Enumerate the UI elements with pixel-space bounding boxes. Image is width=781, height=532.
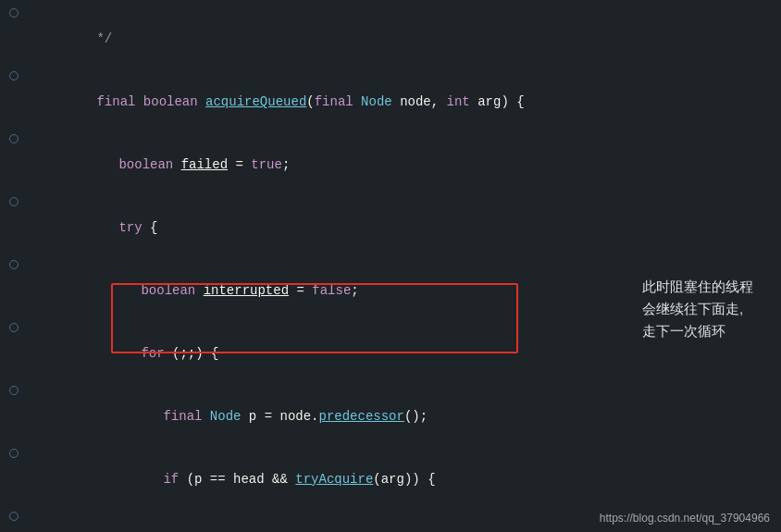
gutter-icon	[9, 386, 19, 395]
watermark: https://blog.csdn.net/qq_37904966	[600, 512, 770, 525]
gutter	[0, 134, 28, 143]
code-text: final Node p = node.predecessor();	[28, 386, 781, 447]
gutter-icon	[9, 8, 19, 18]
gutter-icon	[9, 197, 19, 206]
annotation-line-2: 会继续往下面走,	[642, 298, 753, 320]
gutter	[0, 197, 28, 206]
gutter-icon	[9, 134, 19, 143]
code-line: final Node p = node.predecessor();	[0, 385, 781, 448]
gutter	[0, 8, 28, 18]
code-text: */	[28, 8, 781, 69]
gutter	[0, 512, 28, 521]
annotation-line-3: 走下一次循环	[642, 320, 753, 342]
code-text: boolean failed = true;	[28, 134, 781, 195]
code-editor: */ final boolean acquireQueued(final Nod…	[0, 0, 781, 532]
code-text: final boolean acquireQueued(final Node n…	[28, 71, 781, 132]
code-text: if (p == head && tryAcquire(arg)) {	[28, 449, 781, 510]
code-line: if (p == head && tryAcquire(arg)) {	[0, 448, 781, 511]
annotation-text: 此时阻塞住的线程 会继续往下面走, 走下一次循环	[642, 276, 753, 342]
gutter-icon	[9, 71, 19, 80]
gutter-icon	[9, 512, 19, 521]
gutter-icon	[9, 449, 19, 458]
gutter-icon	[9, 323, 19, 332]
code-line: boolean failed = true;	[0, 133, 781, 196]
annotation-line-1: 此时阻塞住的线程	[642, 276, 753, 298]
code-line: */	[0, 7, 781, 70]
gutter	[0, 260, 28, 269]
gutter	[0, 386, 28, 395]
gutter	[0, 71, 28, 80]
code-line: final boolean acquireQueued(final Node n…	[0, 70, 781, 133]
code-text: try {	[28, 197, 781, 258]
gutter	[0, 449, 28, 458]
gutter	[0, 323, 28, 332]
code-line: try {	[0, 196, 781, 259]
gutter-icon	[9, 260, 19, 269]
